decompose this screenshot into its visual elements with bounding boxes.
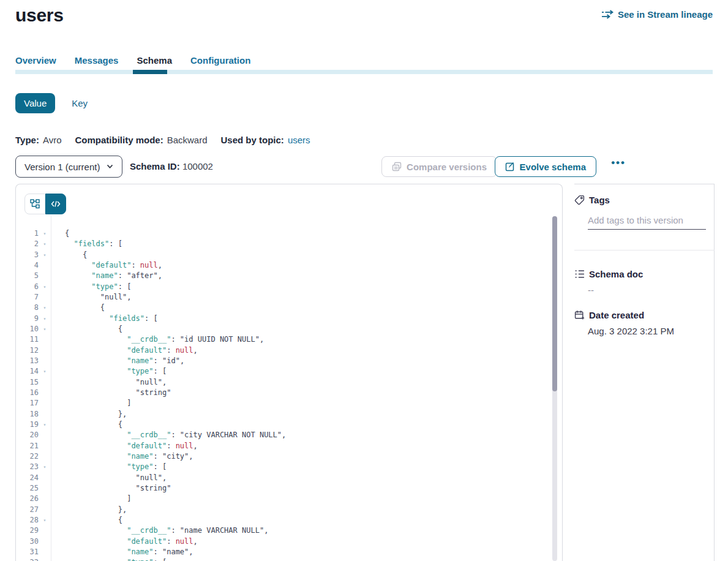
code-text: { [51,303,105,313]
tab-messages[interactable]: Messages [75,55,119,66]
code-line: 21 "default": null, [16,441,562,451]
code-text: "name": "city", [51,451,193,462]
line-number: 28 [16,515,39,525]
line-number: 30 [16,537,39,547]
tab-underline-track [15,70,713,74]
meta-label: Type: [15,135,39,145]
code-text: "string" [51,483,171,494]
line-number: 17 [16,398,39,409]
line-number: 10 [16,324,39,334]
code-text: }, [51,409,127,420]
schema-id-label: Schema ID: [130,161,180,171]
meta-label: Compatibility mode: [75,135,163,145]
meta-pair: Used by topic:users [221,135,310,145]
code-line: 25 "string" [16,483,562,494]
code-line: 3▾ { [16,250,562,260]
fold-caret-icon[interactable]: ▾ [39,250,51,260]
code-text: ] [51,398,131,409]
fold-caret-icon[interactable]: ▾ [39,324,51,334]
fold-spacer [39,292,51,303]
fold-caret-icon[interactable]: ▾ [39,366,51,377]
fold-caret-icon[interactable]: ▾ [39,303,51,313]
line-number: 22 [16,451,39,462]
value-toggle-button[interactable]: Value [15,93,55,113]
line-number: 3 [16,250,39,260]
code-text: "name": "id", [51,356,184,366]
code-editor[interactable]: 1▾{2▾ "fields": [3▾ {4 "default": null,5… [16,228,562,561]
fold-spacer [39,377,51,388]
key-toggle-button[interactable]: Key [72,98,88,108]
code-line: 23▾ "type": [ [16,462,562,472]
line-number: 31 [16,547,39,557]
schema-doc-section: Schema doc -- [574,269,714,295]
code-line: 30 "default": null, [16,537,562,547]
code-text: "null", [51,473,167,483]
more-actions-button[interactable]: ••• [611,157,626,169]
fold-caret-icon[interactable]: ▾ [39,557,51,561]
fold-spacer [39,271,51,281]
version-select-value: Version 1 (current) [24,162,100,172]
tab-configuration[interactable]: Configuration [190,55,250,66]
line-number: 2 [16,239,39,249]
line-number: 16 [16,388,39,398]
value-key-toggle: Value Key [15,93,88,113]
line-number: 32 [16,557,39,561]
fold-spacer [39,345,51,356]
version-select[interactable]: Version 1 (current) [15,156,122,178]
fold-spacer [39,388,51,398]
code-line: 4 "default": null, [16,260,562,271]
meta-pair: Type:Avro [15,135,61,145]
code-text: { [51,515,122,525]
scrollbar-thumb[interactable] [552,216,557,391]
tab-overview[interactable]: Overview [15,55,56,66]
code-text: "name": "after", [51,271,162,281]
code-line: 14▾ "type": [ [16,366,562,377]
tree-view-button[interactable] [24,194,45,214]
fold-spacer [39,430,51,440]
compare-versions-button[interactable]: Compare versions [381,156,497,177]
code-text: "default": null, [51,441,198,451]
code-line: 1▾{ [16,228,562,239]
tab-schema[interactable]: Schema [137,55,172,66]
code-line: 31 "name": "name", [16,547,562,557]
fold-spacer [39,398,51,409]
code-line: 17 ] [16,398,562,409]
code-view-button[interactable] [45,194,66,214]
schema-page: users See in Stream lineage OverviewMess… [0,0,728,561]
stream-lineage-link[interactable]: See in Stream lineage [602,9,713,20]
fold-caret-icon[interactable]: ▾ [39,515,51,525]
meta-label: Used by topic: [221,135,284,145]
code-text: "__crdb__": "name VARCHAR NULL", [51,525,268,536]
fold-caret-icon[interactable]: ▾ [39,282,51,292]
line-number: 4 [16,260,39,271]
fold-spacer [39,260,51,271]
fold-caret-icon[interactable]: ▾ [39,228,51,239]
fold-spacer [39,537,51,547]
meta-value-link[interactable]: users [288,135,310,145]
fold-caret-icon[interactable]: ▾ [39,462,51,472]
add-tags-input[interactable] [588,215,706,230]
tab-underline-active [133,70,167,74]
line-number: 27 [16,505,39,515]
fold-spacer [39,451,51,462]
code-line: 18 }, [16,409,562,420]
compare-versions-label: Compare versions [407,162,487,172]
code-text: { [51,324,122,334]
fold-spacer [39,409,51,420]
schema-id: Schema ID: 100002 [130,161,213,171]
fold-caret-icon[interactable]: ▾ [39,314,51,324]
code-text: "string" [51,388,171,398]
compare-icon [392,162,402,171]
code-text: "type": [ [51,462,167,472]
schema-sidebar: Tags Schema doc -- [574,184,715,561]
date-created-title: Date created [589,310,644,320]
schema-doc-value: -- [588,285,714,295]
line-number: 25 [16,483,39,494]
tab-bar: OverviewMessagesSchemaConfiguration [15,55,250,66]
evolve-schema-button[interactable]: Evolve schema [495,156,596,177]
code-line: 7 "null", [16,292,562,303]
evolve-schema-label: Evolve schema [520,162,586,172]
date-created-section: Date created Aug. 3 2022 3:21 PM [574,310,714,336]
fold-caret-icon[interactable]: ▾ [39,420,51,430]
fold-caret-icon[interactable]: ▾ [39,239,51,249]
